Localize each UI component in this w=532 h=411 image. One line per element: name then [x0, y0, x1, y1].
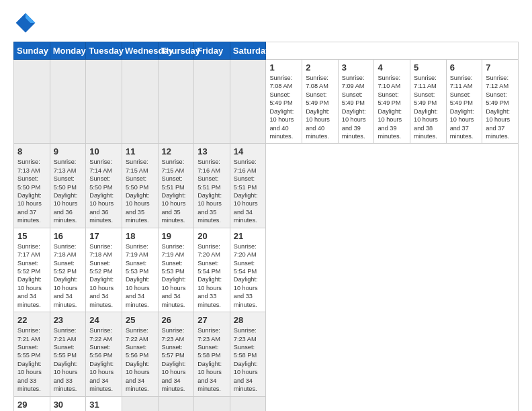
day-info: Sunrise: 7:09 AMSunset: 5:49 PMDaylight:…: [342, 74, 371, 140]
day-number: 27: [197, 315, 226, 325]
calendar-table: SundayMondayTuesdayWednesdayThursdayFrid…: [13, 42, 519, 411]
calendar-week-row: 22Sunrise: 7:21 AMSunset: 5:55 PMDayligh…: [14, 312, 519, 396]
calendar-cell: 21Sunrise: 7:20 AMSunset: 5:54 PMDayligh…: [230, 228, 266, 312]
day-info: Sunrise: 7:13 AMSunset: 5:50 PMDaylight:…: [17, 158, 46, 224]
calendar-week-row: 8Sunrise: 7:13 AMSunset: 5:50 PMDaylight…: [14, 144, 519, 228]
calendar-cell: 9Sunrise: 7:13 AMSunset: 5:50 PMDaylight…: [50, 144, 86, 228]
day-number: 10: [89, 146, 118, 156]
day-number: 16: [54, 231, 83, 241]
calendar-body: 1Sunrise: 7:08 AMSunset: 5:49 PMDaylight…: [14, 60, 519, 412]
calendar-cell: 20Sunrise: 7:20 AMSunset: 5:54 PMDayligh…: [194, 228, 230, 312]
day-number: 17: [89, 231, 118, 241]
day-info: Sunrise: 7:23 AMSunset: 5:57 PMDaylight:…: [162, 326, 191, 393]
day-info: Sunrise: 7:20 AMSunset: 5:54 PMDaylight:…: [234, 242, 263, 309]
day-info: Sunrise: 7:11 AMSunset: 5:49 PMDaylight:…: [414, 74, 443, 140]
calendar-cell: 24Sunrise: 7:22 AMSunset: 5:56 PMDayligh…: [86, 312, 122, 396]
calendar-cell: 1Sunrise: 7:08 AMSunset: 5:49 PMDaylight…: [266, 60, 302, 144]
calendar-cell: [194, 60, 230, 144]
day-info: Sunrise: 7:21 AMSunset: 5:55 PMDaylight:…: [54, 326, 83, 393]
day-number: 29: [17, 400, 46, 410]
calendar-cell: [230, 60, 266, 144]
day-number: 3: [342, 62, 371, 73]
weekday-header-thursday: Thursday: [158, 42, 194, 60]
day-info: Sunrise: 7:17 AMSunset: 5:52 PMDaylight:…: [17, 242, 46, 309]
calendar-cell: 19Sunrise: 7:19 AMSunset: 5:53 PMDayligh…: [158, 228, 194, 312]
calendar-cell: 2Sunrise: 7:08 AMSunset: 5:49 PMDaylight…: [302, 60, 339, 144]
day-number: 5: [414, 62, 443, 73]
calendar-week-row: 29Sunrise: 7:24 AMSunset: 5:59 PMDayligh…: [14, 396, 519, 411]
day-number: 22: [17, 315, 46, 325]
calendar-cell: [158, 60, 194, 144]
calendar-cell: 31Sunrise: 7:24 AMSunset: 6:00 PMDayligh…: [86, 396, 122, 411]
day-info: Sunrise: 7:16 AMSunset: 5:51 PMDaylight:…: [197, 158, 226, 224]
day-number: 12: [162, 146, 191, 156]
calendar-cell: 15Sunrise: 7:17 AMSunset: 5:52 PMDayligh…: [14, 228, 50, 312]
calendar-cell: [158, 396, 194, 411]
day-info: Sunrise: 7:22 AMSunset: 5:56 PMDaylight:…: [126, 326, 154, 393]
day-number: 9: [54, 146, 83, 156]
day-info: Sunrise: 7:23 AMSunset: 5:58 PMDaylight:…: [197, 326, 226, 393]
day-info: Sunrise: 7:18 AMSunset: 5:52 PMDaylight:…: [54, 242, 83, 309]
weekday-header-monday: Monday: [50, 42, 86, 60]
day-info: Sunrise: 7:08 AMSunset: 5:49 PMDaylight:…: [269, 74, 298, 140]
day-info: Sunrise: 7:19 AMSunset: 5:53 PMDaylight:…: [126, 242, 154, 309]
calendar-cell: 28Sunrise: 7:23 AMSunset: 5:58 PMDayligh…: [230, 312, 266, 396]
calendar-cell: 17Sunrise: 7:18 AMSunset: 5:52 PMDayligh…: [86, 228, 122, 312]
calendar-cell: 30Sunrise: 7:24 AMSunset: 5:59 PMDayligh…: [50, 396, 86, 411]
calendar-week-row: 15Sunrise: 7:17 AMSunset: 5:52 PMDayligh…: [14, 228, 519, 312]
calendar-cell: 3Sunrise: 7:09 AMSunset: 5:49 PMDaylight…: [338, 60, 374, 144]
day-info: Sunrise: 7:16 AMSunset: 5:51 PMDaylight:…: [234, 158, 263, 224]
day-info: Sunrise: 7:15 AMSunset: 5:51 PMDaylight:…: [162, 158, 191, 224]
calendar-header-row: SundayMondayTuesdayWednesdayThursdayFrid…: [14, 42, 519, 60]
day-number: 1: [269, 62, 298, 73]
calendar-cell: 29Sunrise: 7:24 AMSunset: 5:59 PMDayligh…: [14, 396, 50, 411]
day-number: 7: [486, 62, 515, 73]
calendar-cell: 7Sunrise: 7:12 AMSunset: 5:49 PMDaylight…: [482, 60, 519, 144]
day-number: 4: [378, 62, 406, 73]
calendar-cell: 23Sunrise: 7:21 AMSunset: 5:55 PMDayligh…: [50, 312, 86, 396]
day-info: Sunrise: 7:14 AMSunset: 5:50 PMDaylight:…: [89, 158, 118, 224]
calendar-cell: 22Sunrise: 7:21 AMSunset: 5:55 PMDayligh…: [14, 312, 50, 396]
day-number: 21: [234, 231, 263, 241]
day-number: 24: [89, 315, 118, 325]
page: SundayMondayTuesdayWednesdayThursdayFrid…: [0, 0, 532, 411]
calendar-cell: 18Sunrise: 7:19 AMSunset: 5:53 PMDayligh…: [122, 228, 158, 312]
day-number: 20: [197, 231, 226, 241]
calendar-cell: 13Sunrise: 7:16 AMSunset: 5:51 PMDayligh…: [194, 144, 230, 228]
day-number: 15: [17, 231, 46, 241]
calendar-cell: 16Sunrise: 7:18 AMSunset: 5:52 PMDayligh…: [50, 228, 86, 312]
day-info: Sunrise: 7:20 AMSunset: 5:54 PMDaylight:…: [197, 242, 226, 309]
calendar-cell: 25Sunrise: 7:22 AMSunset: 5:56 PMDayligh…: [122, 312, 158, 396]
day-number: 8: [17, 146, 46, 156]
day-info: Sunrise: 7:19 AMSunset: 5:53 PMDaylight:…: [162, 242, 191, 309]
day-info: Sunrise: 7:10 AMSunset: 5:49 PMDaylight:…: [378, 74, 406, 140]
calendar-cell: 14Sunrise: 7:16 AMSunset: 5:51 PMDayligh…: [230, 144, 266, 228]
day-info: Sunrise: 7:11 AMSunset: 5:49 PMDaylight:…: [450, 74, 479, 140]
day-number: 6: [450, 62, 479, 73]
calendar-cell: 11Sunrise: 7:15 AMSunset: 5:50 PMDayligh…: [122, 144, 158, 228]
weekday-header-friday: Friday: [194, 42, 230, 60]
calendar-cell: 10Sunrise: 7:14 AMSunset: 5:50 PMDayligh…: [86, 144, 122, 228]
day-info: Sunrise: 7:22 AMSunset: 5:56 PMDaylight:…: [89, 326, 118, 393]
calendar-cell: 5Sunrise: 7:11 AMSunset: 5:49 PMDaylight…: [410, 60, 447, 144]
day-number: 31: [89, 400, 118, 410]
day-number: 18: [126, 231, 154, 241]
day-info: Sunrise: 7:13 AMSunset: 5:50 PMDaylight:…: [54, 158, 83, 224]
day-number: 19: [162, 231, 191, 241]
day-info: Sunrise: 7:18 AMSunset: 5:52 PMDaylight:…: [89, 242, 118, 309]
day-info: Sunrise: 7:23 AMSunset: 5:58 PMDaylight:…: [234, 326, 263, 393]
calendar-cell: [122, 60, 158, 144]
calendar-cell: 4Sunrise: 7:10 AMSunset: 5:49 PMDaylight…: [374, 60, 410, 144]
day-number: 25: [126, 315, 154, 325]
weekday-header-tuesday: Tuesday: [86, 42, 122, 60]
day-number: 30: [54, 400, 83, 410]
weekday-header-sunday: Sunday: [14, 42, 50, 60]
calendar-cell: [230, 396, 266, 411]
weekday-header-wednesday: Wednesday: [122, 42, 158, 60]
calendar-cell: [86, 60, 122, 144]
day-number: 13: [197, 146, 226, 156]
day-info: Sunrise: 7:12 AMSunset: 5:49 PMDaylight:…: [486, 74, 515, 140]
calendar-cell: 12Sunrise: 7:15 AMSunset: 5:51 PMDayligh…: [158, 144, 194, 228]
calendar-cell: [14, 60, 50, 144]
day-number: 26: [162, 315, 191, 325]
